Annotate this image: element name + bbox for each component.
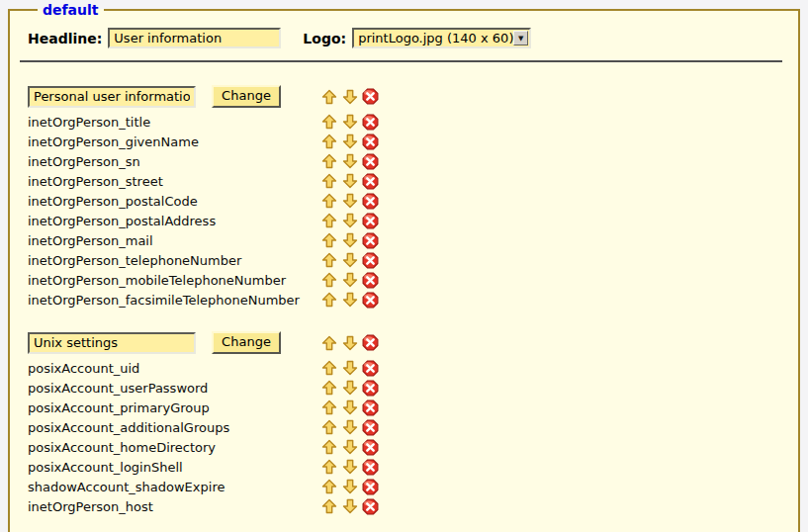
move-up-button[interactable] — [320, 439, 337, 456]
move-down-button[interactable] — [341, 439, 358, 456]
delete-button[interactable] — [362, 114, 379, 131]
up-arrow-icon — [321, 459, 337, 475]
delete-button[interactable] — [362, 272, 379, 289]
up-arrow-icon — [321, 89, 337, 105]
delete-button[interactable] — [362, 153, 379, 170]
delete-button[interactable] — [362, 88, 379, 105]
move-down-button[interactable] — [341, 133, 358, 150]
move-up-button[interactable] — [320, 459, 337, 476]
move-up-button[interactable] — [320, 334, 337, 351]
delete-button[interactable] — [362, 479, 379, 495]
move-down-button[interactable] — [341, 360, 358, 377]
delete-button[interactable] — [362, 252, 379, 269]
move-up-button[interactable] — [320, 114, 337, 131]
icon-group — [320, 153, 379, 170]
delete-button[interactable] — [362, 498, 379, 515]
headline-input[interactable] — [108, 28, 281, 48]
move-down-button[interactable] — [341, 193, 358, 210]
delete-button[interactable] — [362, 193, 379, 210]
move-up-button[interactable] — [320, 399, 337, 416]
move-down-button[interactable] — [341, 114, 358, 131]
move-up-button[interactable] — [320, 498, 337, 515]
logo-select[interactable]: printLogo.jpg (140 x 60) ▼ — [352, 28, 531, 48]
field-name: posixAccount_loginShell — [28, 460, 320, 475]
delete-button[interactable] — [362, 360, 379, 377]
delete-button[interactable] — [362, 419, 379, 436]
icon-group — [320, 213, 379, 229]
delete-button[interactable] — [362, 133, 379, 150]
down-arrow-icon — [342, 173, 358, 189]
move-up-button[interactable] — [320, 252, 337, 269]
move-up-button[interactable] — [320, 153, 337, 170]
field-row: inetOrgPerson_street — [28, 171, 780, 191]
move-down-button[interactable] — [341, 292, 358, 309]
delete-button[interactable] — [362, 399, 379, 416]
icon-group — [320, 173, 379, 190]
move-up-button[interactable] — [320, 88, 337, 105]
icon-group — [320, 114, 379, 131]
move-up-button[interactable] — [320, 232, 337, 249]
icon-group — [320, 498, 379, 515]
down-arrow-icon — [342, 292, 358, 308]
move-down-button[interactable] — [341, 272, 358, 289]
section-title-input[interactable] — [28, 332, 196, 354]
down-arrow-icon — [342, 153, 358, 169]
move-down-button[interactable] — [341, 380, 358, 397]
delete-button[interactable] — [362, 213, 379, 229]
down-arrow-icon — [342, 89, 358, 105]
move-down-button[interactable] — [341, 213, 358, 229]
move-down-button[interactable] — [341, 88, 358, 105]
pdf-structure-fieldset: default Headline: Logo: printLogo.jpg (1… — [8, 2, 800, 532]
move-down-button[interactable] — [341, 479, 358, 495]
delete-button[interactable] — [362, 380, 379, 397]
icon-group — [320, 399, 379, 416]
delete-button[interactable] — [362, 292, 379, 309]
delete-icon — [362, 88, 379, 105]
move-down-button[interactable] — [341, 334, 358, 351]
move-down-button[interactable] — [341, 173, 358, 190]
delete-icon — [362, 334, 379, 351]
delete-button[interactable] — [362, 173, 379, 190]
delete-icon — [362, 133, 379, 150]
move-up-button[interactable] — [320, 419, 337, 436]
move-up-button[interactable] — [320, 360, 337, 377]
move-up-button[interactable] — [320, 213, 337, 229]
field-name: inetOrgPerson_facsimileTelephoneNumber — [28, 293, 320, 308]
move-up-button[interactable] — [320, 380, 337, 397]
move-down-button[interactable] — [341, 252, 358, 269]
chevron-down-icon[interactable]: ▼ — [513, 31, 528, 45]
field-name: inetOrgPerson_sn — [28, 154, 320, 169]
move-up-button[interactable] — [320, 133, 337, 150]
move-down-button[interactable] — [341, 399, 358, 416]
move-up-button[interactable] — [320, 173, 337, 190]
down-arrow-icon — [342, 360, 358, 376]
delete-button[interactable] — [362, 232, 379, 249]
change-button[interactable]: Change — [212, 331, 281, 354]
move-down-button[interactable] — [341, 459, 358, 476]
up-arrow-icon — [321, 479, 337, 494]
up-arrow-icon — [321, 292, 337, 308]
down-arrow-icon — [342, 335, 358, 351]
delete-button[interactable] — [362, 334, 379, 351]
change-button[interactable]: Change — [212, 85, 281, 108]
move-down-button[interactable] — [341, 153, 358, 170]
icon-group — [320, 360, 379, 377]
icon-group — [320, 334, 379, 351]
down-arrow-icon — [342, 272, 358, 288]
move-down-button[interactable] — [341, 232, 358, 249]
move-up-button[interactable] — [320, 193, 337, 210]
move-up-button[interactable] — [320, 292, 337, 309]
section-title-input[interactable] — [28, 86, 196, 108]
up-arrow-icon — [321, 399, 337, 415]
up-arrow-icon — [321, 153, 337, 169]
sections-container: Change — [28, 85, 780, 516]
move-up-button[interactable] — [320, 479, 337, 495]
field-name: posixAccount_uid — [28, 361, 320, 376]
move-down-button[interactable] — [341, 498, 358, 515]
delete-button[interactable] — [362, 439, 379, 456]
move-down-button[interactable] — [341, 419, 358, 436]
field-row: inetOrgPerson_postalCode — [28, 191, 780, 211]
delete-button[interactable] — [362, 459, 379, 476]
delete-icon — [362, 399, 379, 416]
move-up-button[interactable] — [320, 272, 337, 289]
